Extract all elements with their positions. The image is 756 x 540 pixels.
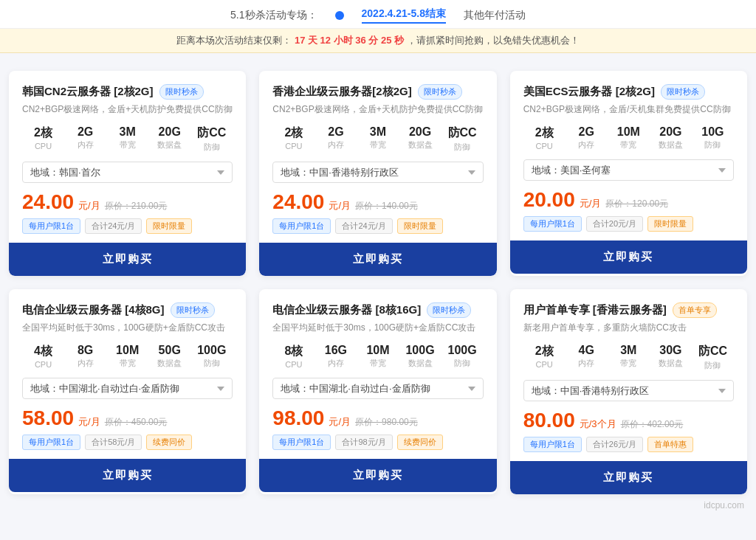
- spec-label: CPU: [523, 360, 566, 369]
- spec-value: 3M: [608, 344, 650, 357]
- buy-button[interactable]: 立即购买: [9, 243, 246, 276]
- tag: 限时限量: [146, 218, 192, 234]
- card-badge: 限时秒杀: [418, 84, 462, 100]
- card-desc: 新老用户首单专享，多重防火墙防CC攻击: [523, 321, 734, 335]
- spec-item: 防CC 防御: [692, 344, 734, 371]
- spec-value: 2核: [272, 125, 315, 141]
- spec-item: 防CC 防御: [441, 125, 484, 153]
- spec-label: 带宽: [357, 358, 399, 369]
- spec-item: 10M 带宽: [357, 344, 399, 369]
- tag: 每用户限1台: [22, 435, 80, 450]
- spec-item: 20G 数据盘: [650, 125, 692, 150]
- spec-value: 2核: [523, 344, 566, 359]
- price-unit: 元/3个月: [580, 418, 616, 431]
- card-title: 香港企业级云服务器[2核2G]: [272, 85, 411, 99]
- card-badge: 限时秒杀: [171, 302, 215, 318]
- tag: 合计26元/月: [586, 437, 643, 452]
- price-original: 原价：980.00元: [355, 416, 418, 429]
- tags-row: 每用户限1台 合计24元/月 限时限量: [272, 218, 483, 234]
- spec-label: 带宽: [106, 358, 148, 369]
- price-original: 原价：140.00元: [355, 200, 418, 212]
- price-row: 98.00 元/月 原价：980.00元: [272, 406, 483, 430]
- spec-label: 内存: [64, 139, 106, 150]
- product-card: 电信企业级云服务器 [4核8G] 限时秒杀 全国平均延时低于30ms，100G硬…: [9, 289, 246, 494]
- card-badge: 限时秒杀: [159, 84, 204, 100]
- spec-value: 100G: [441, 344, 484, 357]
- other-event[interactable]: 其他年付活动: [464, 9, 526, 22]
- card-title: 用户首单专享 [香港云服务器]: [523, 303, 667, 317]
- price-row: 24.00 元/月 原价：210.00元: [22, 190, 233, 214]
- spec-label: 内存: [315, 358, 357, 369]
- spec-label: CPU: [523, 142, 566, 150]
- price-unit: 元/月: [329, 199, 351, 212]
- buy-button[interactable]: 立即购买: [259, 459, 496, 492]
- region-select[interactable]: 地域：中国·香港特别行政区: [272, 162, 483, 183]
- buy-button[interactable]: 立即购买: [510, 240, 747, 274]
- region-select[interactable]: 地域：中国·香港特别行政区: [523, 380, 734, 401]
- spec-label: CPU: [22, 142, 64, 150]
- card-header: 电信企业级云服务器 [8核16G] 限时秒杀: [272, 302, 483, 318]
- buy-button[interactable]: 立即购买: [9, 459, 246, 492]
- spec-item: 10G 防御: [692, 125, 734, 150]
- spec-label: 数据盘: [148, 358, 190, 369]
- specs-row: 2核 CPU 2G 内存 3M 带宽 20G 数据盘 防CC 防御: [272, 125, 483, 153]
- tags-row: 每用户限1台 合计24元/月 限时限量: [22, 218, 233, 234]
- active-event[interactable]: 2022.4.21-5.8结束: [362, 7, 446, 24]
- spec-value: 30G: [650, 344, 692, 357]
- price-unit: 元/月: [78, 415, 100, 429]
- spec-item: 16G 内存: [315, 344, 357, 369]
- countdown-bar: 距离本场次活动结束仅剩： 17 天 12 小时 36 分 25 秒 ，请抓紧时间…: [0, 29, 756, 53]
- tags-row: 每用户限1台 合计98元/月 续费同价: [272, 435, 483, 450]
- tag: 限时限量: [647, 216, 693, 232]
- tag: 续费同价: [397, 435, 443, 450]
- buy-button[interactable]: 立即购买: [259, 243, 496, 276]
- spec-value: 2G: [566, 125, 608, 139]
- spec-label: 防御: [190, 142, 233, 153]
- tag: 合计24元/月: [335, 218, 392, 234]
- card-title: 电信企业级云服务器 [4核8G]: [22, 303, 165, 317]
- tags-row: 每用户限1台 合计26元/月 首单特惠: [523, 437, 734, 452]
- tag: 每用户限1台: [523, 437, 582, 452]
- card-desc: CN2+BGP极速网络，金盾+天机防护免费提供CC防御: [22, 103, 233, 117]
- product-card: 电信企业级云服务器 [8核16G] 限时秒杀 全国平均延时低于30ms，100G…: [259, 289, 496, 494]
- event-label: 5.1秒杀活动专场：: [230, 9, 317, 22]
- spec-value: 2核: [22, 125, 64, 141]
- spec-value: 防CC: [692, 344, 734, 359]
- price-original: 原价：210.00元: [105, 200, 168, 212]
- spec-item: 8核 CPU: [272, 344, 315, 369]
- price-row: 58.00 元/月 原价：450.00元: [22, 406, 233, 430]
- price-original: 原价：120.00元: [605, 198, 668, 210]
- specs-row: 2核 CPU 2G 内存 3M 带宽 20G 数据盘 防CC 防御: [22, 125, 233, 153]
- specs-row: 2核 CPU 4G 内存 3M 带宽 30G 数据盘 防CC 防御: [523, 344, 734, 371]
- price-main: 24.00: [22, 190, 74, 214]
- spec-item: 2核 CPU: [272, 125, 315, 153]
- price-unit: 元/月: [329, 415, 351, 429]
- card-badge: 限时秒杀: [427, 302, 471, 318]
- spec-label: 防御: [692, 139, 734, 150]
- region-select[interactable]: 地域：美国·圣何塞: [523, 159, 734, 181]
- spec-label: 带宽: [608, 139, 650, 150]
- price-main: 98.00: [272, 406, 324, 430]
- spec-item: 100G 数据盘: [399, 344, 441, 369]
- spec-label: 内存: [315, 139, 357, 150]
- spec-value: 3M: [106, 125, 148, 139]
- spec-item: 30G 数据盘: [650, 344, 692, 371]
- region-select[interactable]: 地域：中国湖北·自动过白·金盾防御: [272, 378, 483, 399]
- spec-item: 2核 CPU: [523, 344, 566, 371]
- spec-value: 2G: [64, 125, 106, 139]
- spec-label: 防御: [190, 358, 233, 369]
- spec-label: 带宽: [106, 139, 148, 150]
- spec-value: 20G: [650, 125, 692, 139]
- spec-item: 4G 内存: [566, 344, 608, 371]
- spec-value: 4核: [22, 344, 64, 359]
- product-card: 用户首单专享 [香港云服务器] 首单专享 新老用户首单专享，多重防火墙防CC攻击…: [510, 289, 747, 494]
- countdown-prefix: 距离本场次活动结束仅剩：: [176, 35, 292, 46]
- region-select[interactable]: 地域：中国湖北·自动过白·金盾防御: [22, 378, 233, 399]
- region-select[interactable]: 地域：韩国·首尔: [22, 162, 233, 183]
- tag: 首单特惠: [647, 437, 693, 452]
- spec-item: 100G 防御: [441, 344, 484, 369]
- tag: 合计20元/月: [586, 216, 643, 232]
- card-header: 用户首单专享 [香港云服务器] 首单专享: [523, 302, 734, 318]
- buy-button[interactable]: 立即购买: [510, 461, 747, 494]
- product-card: 美国ECS云服务器 [2核2G] 限时秒杀 CN2+BGP极速网络，金盾/天机集…: [510, 71, 747, 276]
